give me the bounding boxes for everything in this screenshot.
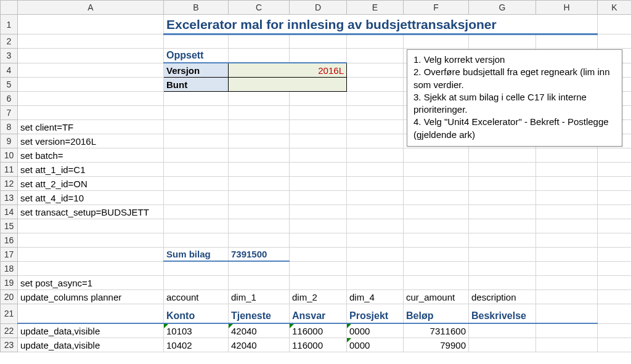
- cell-a11[interactable]: set att_1_id=C1: [18, 162, 164, 176]
- instruction-line: 3. Sjekk at sum bilag i celle C17 lik in…: [413, 91, 616, 116]
- row-header-3[interactable]: 3: [1, 49, 18, 63]
- col-header-H[interactable]: H: [536, 1, 598, 15]
- page-title[interactable]: Excelerator mal for innlesing av budsjet…: [164, 15, 598, 34]
- hdr-ansvar[interactable]: Ansvar: [290, 304, 347, 323]
- row-header-18[interactable]: 18: [1, 261, 18, 275]
- row-header-23[interactable]: 23: [1, 338, 18, 352]
- table-row[interactable]: update_data,visible: [18, 338, 164, 352]
- cell-a13[interactable]: set att_4_id=10: [18, 190, 164, 204]
- cell-f20[interactable]: cur_amount: [404, 289, 469, 304]
- hdr-belop[interactable]: Beløp: [404, 304, 469, 323]
- select-all-corner[interactable]: [1, 1, 18, 15]
- bunt-value[interactable]: [290, 77, 347, 91]
- row-header-8[interactable]: 8: [1, 119, 18, 134]
- row-header-14[interactable]: 14: [1, 204, 18, 219]
- cell-e20[interactable]: dim_4: [347, 289, 404, 304]
- oppsett-header[interactable]: Oppsett: [164, 49, 229, 63]
- col-header-K[interactable]: K: [598, 1, 632, 15]
- cell-a14[interactable]: set transact_setup=BUDSJETT: [18, 204, 164, 219]
- cell-a20[interactable]: update_columns planner: [18, 289, 164, 304]
- row-header-9[interactable]: 9: [1, 134, 18, 148]
- cell-c20[interactable]: dim_1: [229, 289, 290, 304]
- column-header-row: A B C D E F G H K: [1, 1, 632, 15]
- col-header-E[interactable]: E: [347, 1, 404, 15]
- cell-a8[interactable]: set client=TF: [18, 119, 164, 134]
- sum-bilag-label[interactable]: Sum bilag: [164, 247, 229, 261]
- spreadsheet[interactable]: A B C D E F G H K 1 Excelerator mal for …: [0, 0, 631, 364]
- cell-a10[interactable]: set batch=: [18, 148, 164, 162]
- row-header-20[interactable]: 20: [1, 289, 18, 304]
- row-header-2[interactable]: 2: [1, 34, 18, 49]
- instruction-line: 2. Overføre budsjettall fra eget regnear…: [413, 66, 616, 91]
- row-header-12[interactable]: 12: [1, 176, 18, 190]
- table-row[interactable]: update_data,visible: [18, 323, 164, 338]
- row-header-11[interactable]: 11: [1, 162, 18, 176]
- row-header-21[interactable]: 21: [1, 304, 18, 323]
- col-header-C[interactable]: C: [229, 1, 290, 15]
- hdr-prosjekt[interactable]: Prosjekt: [347, 304, 404, 323]
- row-header-10[interactable]: 10: [1, 148, 18, 162]
- versjon-value[interactable]: 2016L: [290, 63, 347, 77]
- versjon-label[interactable]: Versjon: [164, 63, 229, 77]
- cell-b20[interactable]: account: [164, 289, 229, 304]
- cell-a1[interactable]: [18, 15, 164, 34]
- instructions-box: 1. Velg korrekt versjon 2. Overføre buds…: [407, 49, 622, 147]
- row-header-17[interactable]: 17: [1, 247, 18, 261]
- hdr-beskrivelse[interactable]: Beskrivelse: [469, 304, 536, 323]
- cell-g20[interactable]: description: [469, 289, 536, 304]
- col-header-B[interactable]: B: [164, 1, 229, 15]
- cell-d20[interactable]: dim_2: [290, 289, 347, 304]
- instruction-line: 1. Velg korrekt versjon: [413, 54, 616, 66]
- col-header-G[interactable]: G: [469, 1, 536, 15]
- row-header-16[interactable]: 16: [1, 233, 18, 247]
- cell-a9[interactable]: set version=2016L: [18, 134, 164, 148]
- hdr-tjeneste[interactable]: Tjeneste: [229, 304, 290, 323]
- cell-a19[interactable]: set post_async=1: [18, 275, 164, 289]
- row-header-19[interactable]: 19: [1, 275, 18, 289]
- row-header-7[interactable]: 7: [1, 105, 18, 119]
- row-header-5[interactable]: 5: [1, 77, 18, 91]
- col-header-F[interactable]: F: [404, 1, 469, 15]
- row-header-22[interactable]: 22: [1, 323, 18, 338]
- sum-bilag-value[interactable]: 7391500: [229, 247, 290, 261]
- col-header-D[interactable]: D: [290, 1, 347, 15]
- row-header-1[interactable]: 1: [1, 15, 18, 34]
- instruction-line: 4. Velg "Unit4 Excelerator" - Bekreft - …: [413, 116, 616, 141]
- bunt-label[interactable]: Bunt: [164, 77, 229, 91]
- hdr-konto[interactable]: Konto: [164, 304, 229, 323]
- col-header-A[interactable]: A: [18, 1, 164, 15]
- row-header-6[interactable]: 6: [1, 91, 18, 105]
- row-header-15[interactable]: 15: [1, 219, 18, 233]
- row-header-13[interactable]: 13: [1, 190, 18, 204]
- cell-a12[interactable]: set att_2_id=ON: [18, 176, 164, 190]
- row-header-4[interactable]: 4: [1, 63, 18, 77]
